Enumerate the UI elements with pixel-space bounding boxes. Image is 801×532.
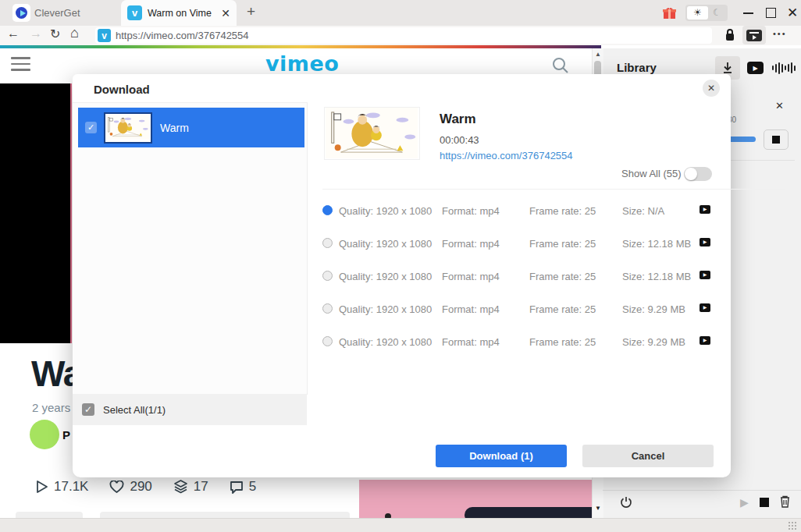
quality-label: Quality: 1920 x 1080 — [339, 205, 432, 217]
forward-icon[interactable]: → — [30, 27, 42, 41]
gift-icon[interactable] — [663, 6, 676, 20]
reload-icon[interactable]: ↻ — [50, 27, 60, 41]
vimeo-logo[interactable]: vimeo — [265, 51, 339, 76]
framerate-label: Frame rate: 25 — [529, 303, 596, 315]
collections-stat[interactable]: 17 — [173, 479, 208, 495]
back-icon[interactable]: ← — [7, 27, 20, 41]
download-button[interactable]: Download (1) — [436, 445, 567, 467]
maximize-button[interactable] — [759, 0, 782, 26]
library-title: Library — [617, 61, 657, 74]
framerate-label: Frame rate: 25 — [529, 205, 596, 217]
heart-icon — [109, 481, 124, 494]
video-player[interactable] — [0, 83, 72, 343]
quality-row[interactable]: Quality: 1920 x 1080Format: mp4Frame rat… — [322, 293, 791, 325]
select-all-row[interactable]: ✓ Select All(1/1) — [73, 394, 307, 425]
quality-radio[interactable] — [322, 205, 333, 215]
quality-radio[interactable] — [322, 336, 333, 346]
author-avatar[interactable] — [30, 420, 59, 449]
tab-title: Warm on Vime — [148, 8, 221, 19]
task-close-icon[interactable]: ✕ — [775, 100, 784, 112]
app-title: CleverGet — [34, 7, 80, 19]
divider — [322, 189, 785, 190]
theme-toggle[interactable]: ☀ ☾ — [685, 5, 728, 21]
browser-toolbar: ← → ↻ ⌂ v https://vimeo.com/376742554 ••… — [0, 26, 801, 45]
resize-grip[interactable] — [788, 521, 797, 530]
video-list-item[interactable]: ✓ — [78, 108, 304, 147]
format-label: Format: mp4 — [442, 205, 500, 217]
format-label: Format: mp4 — [442, 336, 500, 348]
quality-row[interactable]: Quality: 1920 x 1080Format: mp4Frame rat… — [322, 260, 791, 293]
scroll-up-icon[interactable]: ▲ — [595, 51, 601, 58]
preview-video-icon[interactable]: ▶ — [700, 336, 710, 345]
size-label: Size: N/A — [622, 205, 664, 217]
cleverget-logo-icon — [12, 4, 30, 22]
search-icon[interactable] — [552, 57, 569, 74]
format-label: Format: mp4 — [442, 238, 500, 250]
size-label: Size: 12.18 MB — [622, 271, 691, 282]
address-bar[interactable]: v https://vimeo.com/376742554 — [95, 27, 712, 44]
quality-radio[interactable] — [322, 303, 333, 314]
dark-theme-icon[interactable]: ☾ — [708, 5, 726, 21]
light-theme-icon[interactable]: ☀ — [687, 6, 708, 20]
author-initial: P — [62, 428, 70, 442]
audio-library-tab-icon[interactable] — [772, 62, 796, 74]
download-dialog: Download ✕ ✓ — [73, 74, 731, 477]
quality-row[interactable]: Quality: 1920 x 1080Format: mp4Frame rat… — [322, 194, 791, 227]
scroll-down-icon[interactable]: ▼ — [595, 505, 601, 512]
comments-stat[interactable]: 5 — [230, 479, 256, 495]
framerate-label: Frame rate: 25 — [529, 238, 596, 250]
cancel-button[interactable]: Cancel — [582, 445, 714, 467]
quality-radio[interactable] — [322, 238, 333, 248]
plays-stat[interactable]: 17.1K — [35, 479, 88, 495]
lock-icon[interactable] — [724, 28, 735, 42]
power-icon[interactable] — [620, 496, 632, 509]
resume-all-icon[interactable]: ▶ — [740, 496, 749, 509]
quality-row[interactable]: Quality: 1920 x 1080Format: mp4Frame rat… — [322, 227, 791, 260]
browser-tab[interactable]: v Warm on Vime ✕ — [121, 0, 237, 26]
status-bar — [0, 518, 801, 532]
quality-radio[interactable] — [322, 271, 333, 281]
video-library-tab-icon[interactable]: ▶ — [747, 62, 764, 74]
stop-all-icon[interactable] — [760, 498, 769, 507]
new-tab-button[interactable]: + — [247, 3, 255, 20]
detail-url-link[interactable]: https://vimeo.com/376742554 — [440, 150, 573, 161]
vimeo-favicon-icon: v — [98, 29, 111, 42]
task-stop-button[interactable] — [764, 129, 789, 150]
item-thumbnail — [104, 112, 152, 144]
item-checkbox[interactable]: ✓ — [85, 122, 97, 133]
home-icon[interactable]: ⌂ — [70, 25, 79, 41]
divider — [603, 490, 801, 491]
video-age: 2 years — [32, 401, 70, 414]
video-stats: 17.1K 290 17 5 — [35, 479, 270, 495]
framerate-label: Frame rate: 25 — [529, 271, 596, 282]
format-label: Format: mp4 — [442, 271, 500, 282]
dialog-title: Download — [94, 83, 150, 96]
page-button-stub — [100, 512, 350, 518]
format-label: Format: mp4 — [442, 303, 500, 315]
comment-icon — [230, 481, 244, 494]
minimize-button[interactable] — [736, 0, 760, 26]
detail-duration: 00:00:43 — [440, 134, 479, 146]
show-all-label: Show All (55) — [621, 168, 682, 179]
quality-label: Quality: 1920 x 1080 — [339, 271, 432, 282]
dialog-close-button[interactable]: ✕ — [703, 80, 720, 97]
size-label: Size: 12.18 MB — [622, 238, 691, 250]
size-label: Size: 9.29 MB — [622, 336, 685, 348]
show-all-toggle[interactable] — [684, 167, 712, 181]
quality-row[interactable]: Quality: 1920 x 1080Format: mp4Frame rat… — [322, 325, 791, 358]
preview-video-icon[interactable]: ▶ — [700, 303, 710, 312]
related-video-thumbnail[interactable] — [359, 480, 592, 518]
close-window-button[interactable]: ✕ — [781, 0, 801, 26]
hamburger-menu-icon[interactable] — [11, 57, 30, 75]
likes-stat[interactable]: 290 — [109, 479, 151, 495]
collections-icon — [173, 480, 188, 494]
tab-close-icon[interactable]: ✕ — [221, 7, 230, 20]
trash-icon[interactable] — [779, 495, 791, 508]
preview-video-icon[interactable]: ▶ — [700, 238, 710, 246]
downloader-panel-button[interactable] — [742, 26, 766, 44]
browser-menu-icon[interactable]: ••• — [773, 29, 787, 38]
preview-video-icon[interactable]: ▶ — [700, 271, 710, 279]
select-all-checkbox[interactable]: ✓ — [82, 403, 94, 416]
preview-video-icon[interactable]: ▶ — [700, 205, 710, 214]
detail-thumbnail — [324, 107, 420, 160]
